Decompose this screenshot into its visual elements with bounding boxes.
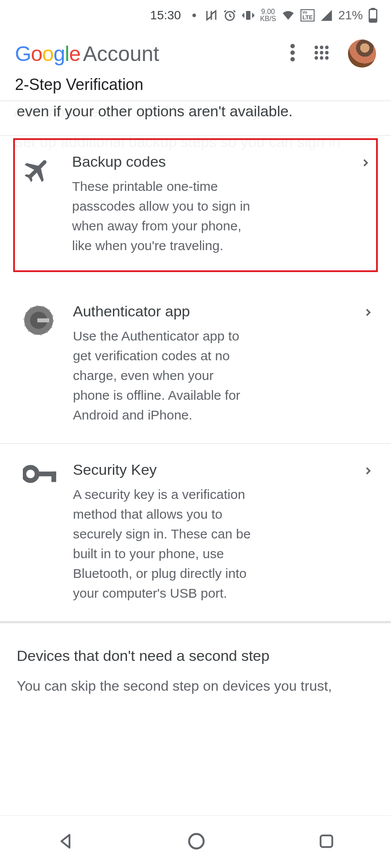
nav-home-button[interactable] [187,832,206,853]
battery-percent: 21% [338,8,363,22]
status-dot-icon [192,14,196,17]
chevron-right-icon [362,303,374,320]
vibrate-icon [242,9,255,22]
option-authenticator-app[interactable]: Authenticator app Use the Authenticator … [0,285,391,444]
chevron-right-icon [362,461,374,479]
option-description: These printable one-time passcodes allow… [72,176,252,255]
status-bar: 15:30 9.00 KB/S VoLTE 21% [0,0,391,27]
nav-recents-button[interactable] [318,832,335,852]
svg-rect-3 [372,8,375,9]
svg-point-13 [325,51,329,54]
svg-point-10 [325,46,329,49]
option-title: Backup codes [72,153,252,170]
option-description: A security key is a verification method … [73,484,253,603]
option-title: Authenticator app [73,303,253,320]
page-title: 2-Step Verification [0,73,391,100]
net-speed: 9.00 KB/S [260,8,276,22]
svg-point-11 [315,51,318,54]
option-title: Security Key [73,461,253,478]
app-header: Google Account [0,27,391,73]
authenticator-icon [23,303,57,338]
nav-back-button[interactable] [56,832,75,853]
svg-point-12 [320,51,323,54]
net-speed-value: 9.00 [260,8,276,15]
battery-icon [368,8,378,23]
status-time: 15:30 [150,8,181,22]
option-security-key[interactable]: Security Key A security key is a verific… [0,444,391,622]
volte-badge: VoLTE [300,9,315,22]
devices-section-desc: You can skip the second step on devices … [17,676,374,696]
svg-rect-25 [321,835,333,847]
svg-point-5 [290,44,295,48]
android-nav-bar [0,815,391,868]
devices-section: Devices that don't need a second step Yo… [0,622,391,696]
svg-point-6 [290,50,295,55]
airplane-icon [22,153,56,187]
google-logo: Google [15,42,80,66]
option-description: Use the Authenticator app to get verific… [73,326,253,425]
svg-point-8 [315,46,318,49]
net-speed-unit: KB/S [260,15,276,22]
apps-grid-icon[interactable] [314,45,329,62]
svg-point-7 [290,57,295,61]
svg-point-14 [315,56,318,60]
option-backup-codes[interactable]: Backup codes These printable one-time pa… [13,138,378,272]
account-word: Account [83,42,159,66]
intro-text: even if your other options aren't availa… [0,100,391,135]
chevron-right-icon [359,153,372,171]
svg-rect-20 [37,319,49,323]
key-icon [23,461,57,487]
svg-point-9 [320,46,323,49]
overflow-menu-icon[interactable] [290,44,295,63]
wifi-icon [281,9,295,22]
svg-point-16 [325,56,329,60]
svg-rect-23 [51,472,56,482]
alarm-icon [223,9,236,22]
svg-point-24 [189,834,204,848]
svg-point-21 [24,467,37,481]
svg-rect-4 [370,19,376,22]
nfc-icon [205,9,218,22]
devices-section-title: Devices that don't need a second step [17,647,374,664]
svg-rect-1 [246,11,250,20]
signal-icon [320,9,333,22]
svg-point-15 [320,56,323,60]
profile-avatar[interactable] [348,39,376,68]
